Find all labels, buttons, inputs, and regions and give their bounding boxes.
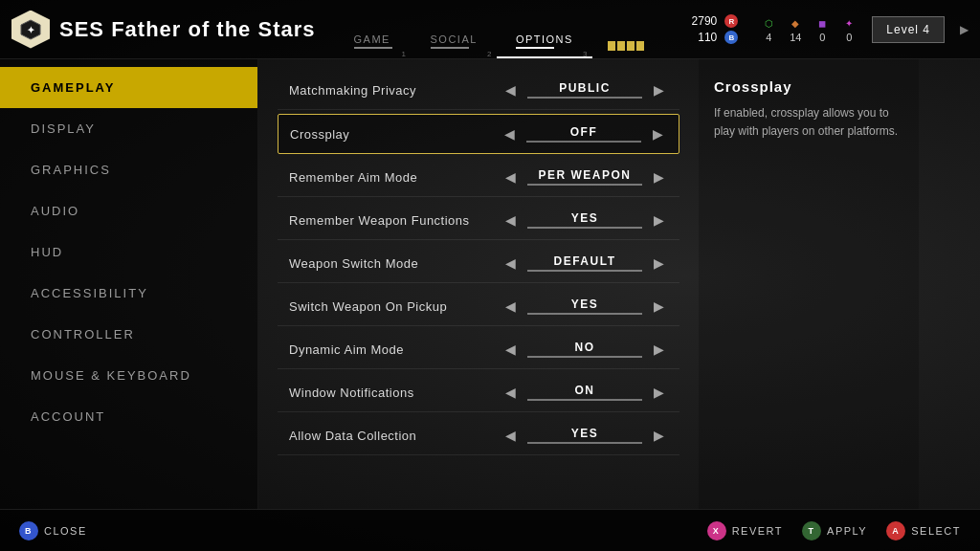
sidebar: GAMEPLAY DISPLAY GRAPHICS AUDIO HUD ACCE… xyxy=(0,59,258,509)
setting-window-notifications: Window Notifications ◀ ON ▶ xyxy=(278,373,679,412)
tab-social[interactable]: SOCIAL 2 xyxy=(412,26,497,58)
value-matchmaking: PUBLIC xyxy=(527,81,642,99)
sidebar-item-mouse-keyboard[interactable]: MOUSE & KEYBOARD xyxy=(0,355,257,396)
sidebar-item-controller[interactable]: CONTROLLER xyxy=(0,314,257,355)
arrow-left-weapon-switch[interactable]: ◀ xyxy=(501,253,520,273)
select-label: SELECT xyxy=(911,525,961,537)
sidebar-item-display[interactable]: DISPLAY xyxy=(0,108,257,149)
setting-control-matchmaking: ◀ PUBLIC ▶ xyxy=(501,80,668,99)
arrow-left-data-collection[interactable]: ◀ xyxy=(501,426,520,445)
value-weapon-switch: DEFAULT xyxy=(527,254,642,272)
close-action[interactable]: B CLOSE xyxy=(19,521,87,540)
sidebar-item-graphics[interactable]: GRAPHICS xyxy=(0,149,257,190)
value-bar-aim xyxy=(527,184,642,186)
arrow-left-matchmaking[interactable]: ◀ xyxy=(501,80,520,99)
arrow-right-data-collection[interactable]: ▶ xyxy=(650,426,668,445)
select-action[interactable]: A SELECT xyxy=(886,521,961,540)
stat4-icon: ✦ xyxy=(841,15,857,31)
stat-item-3: ◼ 0 xyxy=(814,15,830,43)
setting-dynamic-aim-mode: Dynamic Aim Mode ◀ NO ▶ xyxy=(278,330,679,369)
arrow-left-weapon-funcs[interactable]: ◀ xyxy=(501,210,520,230)
value-bar-data-collection xyxy=(527,442,642,444)
apply-action[interactable]: T APPLY xyxy=(802,521,867,540)
right-panel-title: Crossplay xyxy=(714,78,903,95)
stat1-icon: ⬡ xyxy=(761,15,776,31)
arrow-right-crossplay[interactable]: ▶ xyxy=(649,124,667,143)
tab-progress-bars xyxy=(608,41,644,51)
stat3-value: 0 xyxy=(819,32,825,43)
currency-row-1: 2790 R xyxy=(692,14,739,28)
revert-label: REVERT xyxy=(732,525,783,537)
stat2-value: 14 xyxy=(790,32,801,43)
value-bar-weapon-switch xyxy=(527,270,642,272)
setting-allow-data-collection: Allow Data Collection ◀ YES ▶ xyxy=(278,416,679,455)
stat-item-1: ⬡ 4 xyxy=(761,15,776,43)
arrow-right-weapon-pickup[interactable]: ▶ xyxy=(650,297,668,316)
value-weapon-pickup: YES xyxy=(527,298,642,315)
arrow-left-notifications[interactable]: ◀ xyxy=(501,383,520,402)
value-bar-dynamic-aim xyxy=(527,356,642,358)
tab-bar-3 xyxy=(627,41,635,51)
arrow-left-crossplay[interactable]: ◀ xyxy=(501,124,519,143)
setting-control-notifications: ◀ ON ▶ xyxy=(501,383,668,402)
setting-remember-weapon-functions: Remember Weapon Functions ◀ YES ▶ xyxy=(278,201,679,240)
sidebar-item-account[interactable]: ACCOUNT xyxy=(0,396,257,437)
stat-item-4: ✦ 0 xyxy=(841,15,857,43)
setting-weapon-switch-mode: Weapon Switch Mode ◀ DEFAULT ▶ xyxy=(278,244,679,283)
value-bar-matchmaking xyxy=(527,97,642,99)
select-button-icon: A xyxy=(886,521,905,540)
setting-control-weapon-funcs: ◀ YES ▶ xyxy=(501,210,668,230)
tab-bar-1 xyxy=(608,41,615,51)
tab-game[interactable]: GAME 1 xyxy=(335,26,412,58)
sidebar-item-accessibility[interactable]: ACCESSIBILITY xyxy=(0,273,257,314)
value-notifications: ON xyxy=(527,384,642,401)
currency1-icon: R xyxy=(724,14,738,28)
value-dynamic-aim: NO xyxy=(527,341,642,358)
arrow-right-weapon-funcs[interactable]: ▶ xyxy=(650,210,668,230)
arrow-right-aim[interactable]: ▶ xyxy=(650,167,668,187)
setting-control-crossplay: ◀ OFF ▶ xyxy=(501,124,667,143)
sidebar-item-hud[interactable]: HUD xyxy=(0,231,257,273)
level-badge: Level 4 xyxy=(872,16,945,43)
value-bar-weapon-pickup xyxy=(527,313,642,315)
tab-indicator xyxy=(592,33,656,58)
currency2-value: 110 xyxy=(698,31,717,44)
arrow-left-aim[interactable]: ◀ xyxy=(501,167,520,187)
setting-control-weapon-switch: ◀ DEFAULT ▶ xyxy=(501,253,668,273)
setting-matchmaking-privacy: Matchmaking Privacy ◀ PUBLIC ▶ xyxy=(278,71,679,110)
arrow-right-weapon-switch[interactable]: ▶ xyxy=(650,253,668,273)
sidebar-item-gameplay[interactable]: GAMEPLAY xyxy=(0,67,257,108)
setting-control-remember-aim: ◀ PER WEAPON ▶ xyxy=(501,167,668,187)
arrow-right-dynamic-aim[interactable]: ▶ xyxy=(650,340,668,359)
stat2-icon: ◆ xyxy=(788,15,803,31)
revert-button-icon: X xyxy=(707,521,726,540)
apply-button-icon: T xyxy=(802,521,821,540)
value-crossplay: OFF xyxy=(526,125,641,143)
arrow-right-matchmaking[interactable]: ▶ xyxy=(650,80,668,99)
revert-action[interactable]: X REVERT xyxy=(707,521,783,540)
stat-item-2: ◆ 14 xyxy=(788,15,803,43)
main-content: GAMEPLAY DISPLAY GRAPHICS AUDIO HUD ACCE… xyxy=(0,59,980,509)
setting-control-data-collection: ◀ YES ▶ xyxy=(501,426,668,445)
arrow-left-weapon-pickup[interactable]: ◀ xyxy=(501,297,520,316)
value-bar-weapon-funcs xyxy=(527,227,642,229)
svg-text:✦: ✦ xyxy=(27,25,35,35)
arrow-right-notifications[interactable]: ▶ xyxy=(650,383,668,402)
settings-panel: Matchmaking Privacy ◀ PUBLIC ▶ Crossplay… xyxy=(258,59,699,509)
stat1-value: 4 xyxy=(766,32,771,43)
player-ship-name: SES Father of the Stars xyxy=(59,17,316,42)
apply-label: APPLY xyxy=(827,525,867,537)
currency-row-2: 110 B xyxy=(698,31,738,44)
tab-options[interactable]: OPTIONS 3 xyxy=(497,26,592,58)
value-aim-mode: PER WEAPON xyxy=(527,168,642,186)
header-tabs: GAME 1 SOCIAL 2 OPTIONS 3 xyxy=(335,0,656,58)
stat4-value: 0 xyxy=(846,32,852,43)
right-panel-description: If enabled, crossplay allows you to play… xyxy=(714,104,903,141)
close-label: CLOSE xyxy=(44,525,87,537)
currency1-value: 2790 xyxy=(692,14,718,28)
setting-control-weapon-pickup: ◀ YES ▶ xyxy=(501,297,668,316)
sidebar-item-audio[interactable]: AUDIO xyxy=(0,190,257,231)
arrow-left-dynamic-aim[interactable]: ◀ xyxy=(501,340,520,359)
tab-bar-2 xyxy=(617,41,625,51)
close-button-icon: B xyxy=(19,521,38,540)
